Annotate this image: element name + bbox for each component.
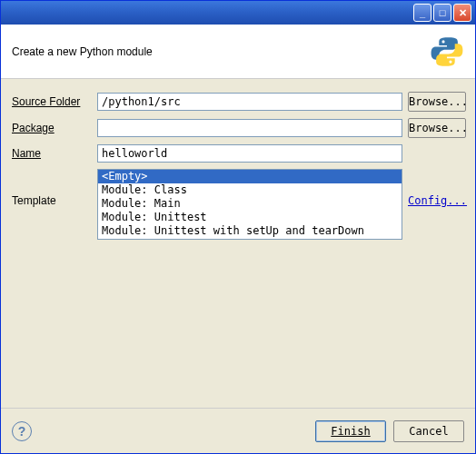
dialog-header: Create a new Python module (1, 25, 475, 79)
dialog-subtitle: Create a new Python module (12, 45, 153, 58)
name-row: Name (12, 144, 466, 163)
package-input[interactable] (97, 119, 402, 137)
template-row: Template <Empty>Module: ClassModule: Mai… (12, 169, 466, 240)
template-label: Template (12, 169, 97, 207)
template-item[interactable]: Module: Main (98, 197, 402, 211)
dialog-footer: ? Finish Cancel (1, 408, 475, 453)
config-link[interactable]: Config... (408, 169, 466, 207)
titlebar: _ □ ✕ (1, 1, 475, 25)
browse-source-button[interactable]: Browse... (408, 92, 466, 112)
template-list[interactable]: <Empty>Module: ClassModule: MainModule: … (97, 169, 402, 240)
maximize-button[interactable]: □ (433, 4, 451, 22)
form-area: Source Folder Browse... Package Browse..… (1, 79, 475, 408)
browse-package-button[interactable]: Browse... (408, 118, 466, 138)
name-input[interactable] (97, 144, 402, 163)
source-folder-row: Source Folder Browse... (12, 92, 466, 112)
minimize-button[interactable]: _ (413, 4, 431, 22)
template-item[interactable]: <Empty> (98, 170, 402, 183)
close-button[interactable]: ✕ (453, 4, 471, 22)
python-logo-icon (430, 35, 464, 69)
source-folder-input[interactable] (97, 93, 402, 111)
dialog-window: _ □ ✕ Create a new Python module Source … (0, 0, 476, 454)
template-item[interactable]: Module: Unittest (98, 211, 402, 224)
finish-button[interactable]: Finish (315, 420, 386, 442)
help-icon[interactable]: ? (12, 421, 32, 441)
source-folder-label: Source Folder (12, 95, 97, 108)
name-label: Name (12, 147, 97, 160)
package-row: Package Browse... (12, 118, 466, 138)
template-item[interactable]: Module: Unittest with setUp and tearDown (98, 224, 402, 238)
package-label: Package (12, 122, 97, 134)
template-item[interactable]: Module: Class (98, 183, 402, 197)
cancel-button[interactable]: Cancel (393, 420, 464, 442)
